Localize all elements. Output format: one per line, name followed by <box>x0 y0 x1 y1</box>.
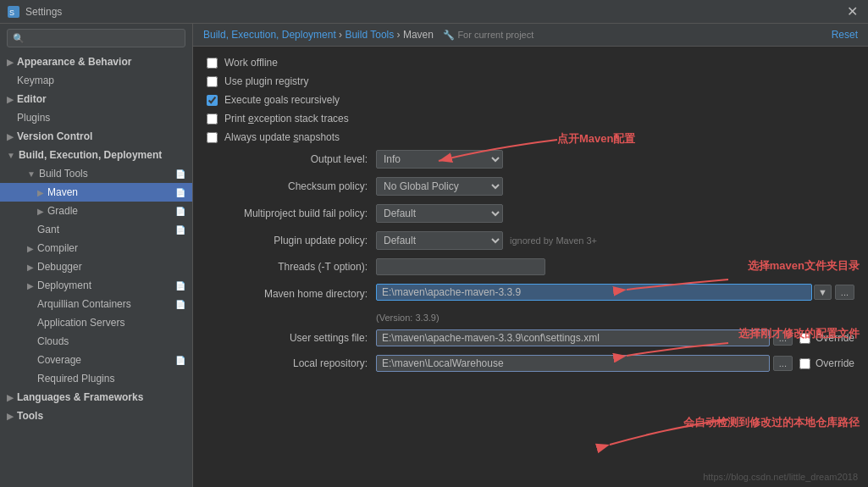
sidebar-item-clouds[interactable]: Clouds <box>0 332 192 351</box>
close-button[interactable]: ✕ <box>843 3 861 19</box>
local-repo-browse-button[interactable]: ... <box>773 356 793 371</box>
page-icon: 📄 <box>175 188 185 197</box>
content-area: Build, Execution, Deployment › Build Too… <box>193 24 868 487</box>
threads-label: Threads (-T option): <box>207 261 376 273</box>
window-title: Settings <box>25 6 843 18</box>
plugin-update-label: Plugin update policy: <box>207 235 376 246</box>
sidebar-item-version-control[interactable]: ▶ Version Control <box>0 127 192 146</box>
user-settings-input[interactable] <box>376 329 770 346</box>
reset-button[interactable]: Reset <box>832 29 858 41</box>
sidebar-item-compiler[interactable]: ▶ Compiler <box>0 239 192 257</box>
sidebar-item-languages[interactable]: ▶ Languages & Frameworks <box>0 388 192 407</box>
arrow-icon: ▶ <box>27 263 34 272</box>
local-repo-input[interactable] <box>376 355 770 372</box>
sidebar-item-coverage[interactable]: Coverage 📄 <box>0 351 192 369</box>
page-icon: 📄 <box>175 207 185 216</box>
user-settings-row: User settings file: ... Override <box>207 329 854 346</box>
checkbox-snapshots-label[interactable]: Always update snapshots <box>224 131 340 143</box>
sidebar-item-maven[interactable]: ▶ Maven 📄 <box>0 183 192 202</box>
footer-url: https://blog.csdn.net/little_dream2018 <box>703 472 858 482</box>
user-settings-override-label: Override <box>815 332 854 344</box>
sidebar-item-deployment[interactable]: ▶ Deployment 📄 <box>0 276 192 295</box>
checkbox-work-offline: Work offline <box>207 57 854 69</box>
maven-home-input[interactable] <box>376 284 812 301</box>
arrow-icon: ▶ <box>7 132 14 141</box>
sidebar-item-build-execution[interactable]: ▼ Build, Execution, Deployment <box>0 146 192 164</box>
checkbox-plugin-registry: Use plugin registry <box>207 75 854 87</box>
app-icon: S <box>7 5 20 19</box>
sidebar-item-debugger[interactable]: ▶ Debugger <box>0 257 192 276</box>
sidebar-item-gradle[interactable]: ▶ Gradle 📄 <box>0 202 192 220</box>
sidebar: 🔍 ▶ Appearance & Behavior Keymap ▶ Edito… <box>0 24 193 487</box>
sidebar-item-app-servers[interactable]: Application Servers <box>0 313 192 332</box>
page-icon: 📄 <box>175 281 185 291</box>
search-input[interactable] <box>28 32 180 44</box>
checkbox-plugin-input[interactable] <box>207 76 218 87</box>
output-level-row: Output level: Info Debug Warning Error <box>207 150 854 169</box>
breadcrumb: Build, Execution, Deployment › Build Too… <box>203 29 534 41</box>
page-icon: 📄 <box>175 225 185 235</box>
sidebar-item-arquillian[interactable]: Arquillian Containers 📄 <box>0 295 192 313</box>
title-bar: S Settings ✕ <box>0 0 868 24</box>
checksum-select[interactable]: No Global Policy Fail Warn Ignore <box>376 177 503 196</box>
checkbox-traces-input[interactable] <box>207 113 218 125</box>
breadcrumb-project: 🔧 For current project <box>443 30 534 40</box>
maven-home-browse-button[interactable]: ... <box>835 285 854 300</box>
sidebar-item-tools[interactable]: ▶ Tools <box>0 407 192 425</box>
local-repo-override-checkbox[interactable] <box>799 358 810 369</box>
checkbox-goals-label[interactable]: Execute goals recursively <box>224 94 340 106</box>
multiproject-label: Multiproject build fail policy: <box>207 208 376 219</box>
checkbox-stack-traces: Print exception stack traces <box>207 113 854 125</box>
arrow-icon: ▶ <box>37 188 44 197</box>
arrow-icon: ▼ <box>7 151 15 160</box>
threads-row: Threads (-T option): <box>207 258 854 275</box>
checkbox-offline-label[interactable]: Work offline <box>224 57 278 69</box>
sidebar-item-keymap[interactable]: Keymap <box>0 71 192 90</box>
sidebar-item-gant[interactable]: Gant 📄 <box>0 220 192 239</box>
search-box[interactable]: 🔍 <box>7 29 185 47</box>
checksum-row: Checksum policy: No Global Policy Fail W… <box>207 177 854 196</box>
checkbox-traces-label[interactable]: Print exception stack traces <box>224 113 349 125</box>
sidebar-item-build-tools[interactable]: ▼ Build Tools 📄 <box>0 164 192 183</box>
plugin-update-select[interactable]: Default Always Never Interval <box>376 231 503 250</box>
arrow-icon: ▶ <box>7 95 14 104</box>
page-icon: 📄 <box>175 300 185 309</box>
local-repo-override-label: Override <box>815 357 854 369</box>
checkbox-snapshots-input[interactable] <box>207 132 218 143</box>
arrow-icon: ▶ <box>27 281 34 291</box>
user-settings-browse-button[interactable]: ... <box>773 330 793 346</box>
checkbox-update-snapshots: Always update snapshots <box>207 131 854 143</box>
checkbox-plugin-label[interactable]: Use plugin registry <box>224 75 308 87</box>
sidebar-item-editor[interactable]: ▶ Editor <box>0 90 192 108</box>
settings-body: Work offline Use plugin registry Execute… <box>193 47 868 487</box>
sidebar-item-required-plugins[interactable]: Required Plugins <box>0 369 192 388</box>
version-text: (Version: 3.3.9) <box>207 313 854 323</box>
checkbox-offline-input[interactable] <box>207 58 218 69</box>
annotation-arrow-1 <box>388 114 574 182</box>
arrow-icon: ▶ <box>7 58 14 67</box>
page-icon: 📄 <box>175 356 185 365</box>
maven-home-dropdown-button[interactable]: ▼ <box>814 285 832 300</box>
user-settings-override-checkbox[interactable] <box>799 333 810 344</box>
checkbox-execute-goals: Execute goals recursively <box>207 94 854 106</box>
search-icon: 🔍 <box>13 33 25 44</box>
breadcrumb-part3: Maven <box>403 29 434 41</box>
plugin-update-row: Plugin update policy: Default Always Nev… <box>207 231 854 250</box>
output-level-select[interactable]: Info Debug Warning Error <box>376 150 503 169</box>
plugin-hint: ignored by Maven 3+ <box>510 235 597 246</box>
local-repo-row: Local repository: ... Override <box>207 355 854 372</box>
checkbox-goals-input[interactable] <box>207 95 218 106</box>
arrow-icon: ▶ <box>7 412 14 421</box>
multiproject-row: Multiproject build fail policy: Default … <box>207 204 854 223</box>
page-icon: 📄 <box>175 169 185 179</box>
threads-input[interactable] <box>376 258 545 275</box>
arrow-icon: ▶ <box>27 244 34 253</box>
breadcrumb-part2: Build Tools <box>345 29 394 41</box>
multiproject-select[interactable]: Default Always Never <box>376 204 503 223</box>
annotation-auto-detect: 会自动检测到修改过的本地仓库路径 <box>683 415 860 430</box>
arrow-icon: ▼ <box>27 169 36 179</box>
annotation-arrow-4 <box>593 411 745 462</box>
arrow-icon: ▶ <box>7 393 14 402</box>
sidebar-item-appearance[interactable]: ▶ Appearance & Behavior <box>0 53 192 71</box>
sidebar-item-plugins[interactable]: Plugins <box>0 108 192 127</box>
